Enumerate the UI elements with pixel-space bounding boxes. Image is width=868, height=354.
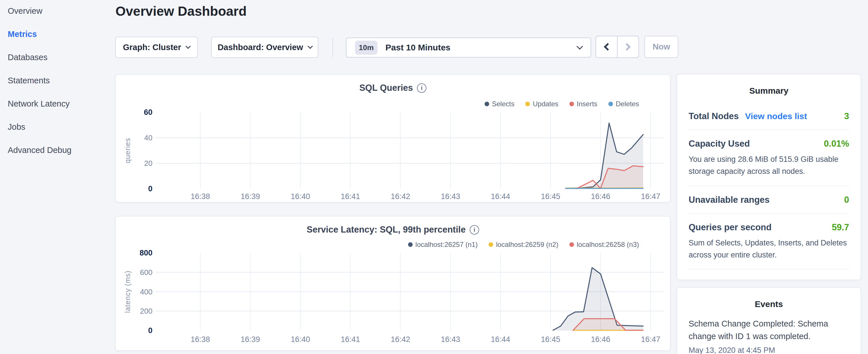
x-tick-label: 16:44 <box>491 192 510 201</box>
summary-desc: Sum of Selects, Updates, Inserts, and De… <box>689 237 849 261</box>
x-tick-label: 16:38 <box>191 335 210 344</box>
sidebar-item-overview[interactable]: Overview <box>8 6 113 16</box>
x-tick-label: 16:40 <box>290 335 310 344</box>
summary-rows: Total NodesView nodes list3Capacity Used… <box>677 96 861 280</box>
y-tick-label: 20 <box>144 159 152 167</box>
y-tick-label: 60 <box>144 108 152 117</box>
time-range-selector[interactable]: 10m Past 10 Minutes <box>346 37 591 58</box>
y-tick-label: 40 <box>144 133 152 142</box>
summary-row: Capacity Used0.01%You are using 28.6 MiB… <box>689 129 849 186</box>
sidebar-item-network-latency[interactable]: Network Latency <box>8 99 113 109</box>
summary-desc: You are using 28.6 MiB of 515.9 GiB usab… <box>689 154 849 178</box>
page-title: Overview Dashboard <box>116 3 247 19</box>
graph-scope-dropdown[interactable]: Graph: Cluster <box>115 37 198 58</box>
series-area <box>577 166 643 189</box>
x-tick-label: 16:39 <box>241 335 260 344</box>
x-tick-label: 16:45 <box>541 335 560 344</box>
summary-heading: Summary <box>677 74 861 96</box>
summary-value: 46.1 ms <box>816 278 849 280</box>
y-tick-label: 800 <box>140 249 152 257</box>
events-panel: Events Schema Change Completed: Schema c… <box>677 287 861 354</box>
now-button[interactable]: Now <box>645 36 678 58</box>
x-tick-label: 16:39 <box>241 192 260 201</box>
prev-time-button[interactable] <box>596 36 617 57</box>
summary-row: Queries per second59.7Sum of Selects, Up… <box>689 213 849 269</box>
sidebar-item-advanced-debug[interactable]: Advanced Debug <box>8 145 113 155</box>
x-tick-label: 16:45 <box>541 192 560 201</box>
x-tick-label: 16:47 <box>641 335 660 344</box>
sidebar-item-jobs[interactable]: Jobs <box>8 122 113 132</box>
sidebar-item-metrics[interactable]: Metrics <box>8 29 113 39</box>
x-tick-label: 16:46 <box>591 335 610 344</box>
dashboard-label: Dashboard: Overview <box>217 43 303 52</box>
summary-row: Total NodesView nodes list3 <box>689 102 849 129</box>
y-tick-label: 600 <box>140 268 152 277</box>
sidebar: OverviewMetricsDatabasesStatementsNetwor… <box>0 0 113 354</box>
time-window-label: Past 10 Minutes <box>385 43 451 53</box>
x-tick-label: 16:38 <box>191 192 210 201</box>
x-tick-label: 16:40 <box>290 192 310 201</box>
chevron-down-icon <box>577 43 583 50</box>
summary-row: Unavailable ranges0 <box>689 186 849 213</box>
x-tick-label: 16:41 <box>341 335 360 344</box>
chevron-right-icon <box>623 43 631 51</box>
y-tick-label: 0 <box>148 326 152 335</box>
summary-value: 0.01% <box>824 139 849 149</box>
summary-value: 59.7 <box>832 222 849 232</box>
y-tick-label: 400 <box>140 288 152 296</box>
y-tick-label: 200 <box>140 307 152 315</box>
event-text: Schema Change Completed: Schema change w… <box>689 318 849 343</box>
x-tick-label: 16:44 <box>491 335 510 344</box>
x-tick-label: 16:42 <box>391 335 410 344</box>
x-tick-label: 16:42 <box>391 192 410 201</box>
service-latency-chart[interactable]: 16:3816:3916:4016:4116:4216:4316:4416:45… <box>116 217 671 351</box>
sql-queries-chart[interactable]: 16:3816:3916:4016:4116:4216:4316:4416:45… <box>116 75 671 202</box>
sidebar-item-statements[interactable]: Statements <box>8 75 113 86</box>
event-timestamp: May 13, 2020 at 4:45 PM <box>689 346 849 354</box>
chevron-down-icon <box>185 43 191 49</box>
summary-value: 0 <box>844 195 849 205</box>
y-axis-label: queries <box>124 138 131 163</box>
x-tick-label: 16:41 <box>341 192 360 201</box>
summary-value: 3 <box>844 111 849 122</box>
toolbar-separator <box>333 37 333 57</box>
next-time-button[interactable] <box>617 36 639 57</box>
y-axis-label: latency (ms) <box>124 270 131 313</box>
summary-label: Queries per second <box>689 222 771 232</box>
service-latency-card: Service Latency: SQL, 99th percentile i … <box>115 216 671 351</box>
summary-row: P99 latency46.1 ms <box>689 269 849 280</box>
summary-label: Capacity Used <box>689 139 750 149</box>
x-tick-label: 16:43 <box>441 335 460 344</box>
x-tick-label: 16:46 <box>591 192 610 201</box>
sidebar-item-databases[interactable]: Databases <box>8 52 113 62</box>
summary-label: Total Nodes <box>689 111 739 122</box>
summary-panel: Summary Total NodesView nodes list3Capac… <box>677 74 861 280</box>
events-heading: Events <box>677 288 861 309</box>
summary-label: Unavailable ranges <box>689 195 770 205</box>
sql-queries-card: SQL Queries i SelectsUpdatesInsertsDelet… <box>115 74 671 202</box>
time-pager <box>595 36 639 58</box>
dashboard-dropdown[interactable]: Dashboard: Overview <box>211 37 318 58</box>
events-list: Schema Change Completed: Schema change w… <box>677 309 861 354</box>
chevron-left-icon <box>604 43 612 51</box>
y-tick-label: 0 <box>148 185 152 193</box>
graph-scope-label: Graph: Cluster <box>123 43 181 52</box>
x-tick-label: 16:43 <box>441 192 460 201</box>
time-window-badge: 10m <box>355 41 377 55</box>
chevron-down-icon <box>308 43 313 49</box>
summary-label: P99 latency <box>689 278 738 280</box>
view-nodes-link[interactable]: View nodes list <box>745 111 807 121</box>
x-tick-label: 16:47 <box>641 192 660 201</box>
